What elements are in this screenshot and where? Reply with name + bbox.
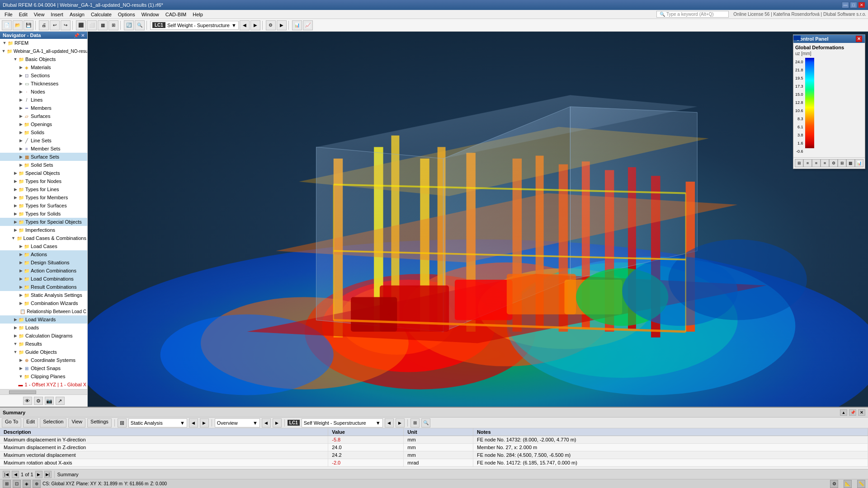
- expand-lc[interactable]: ▶: [18, 244, 24, 249]
- selection-button[interactable]: Selection: [40, 418, 66, 427]
- nav-icon-gear[interactable]: ⚙: [34, 397, 43, 405]
- status-right-icon-1[interactable]: ⚙: [830, 480, 838, 488]
- cp-btn-4[interactable]: ≡: [821, 159, 829, 167]
- expand-guide-objects[interactable]: ▼: [13, 349, 18, 355]
- static-analysis-icon-btn[interactable]: ⊞: [118, 418, 127, 427]
- next-lc-btn[interactable]: ▶: [396, 418, 405, 427]
- tree-actions[interactable]: ▶ 📁 Actions: [0, 250, 87, 258]
- expand-types-solids[interactable]: ▶: [13, 211, 18, 216]
- page-prev-btn[interactable]: ◀: [12, 471, 19, 478]
- edit-button[interactable]: Edit: [23, 418, 38, 427]
- menu-help[interactable]: Help: [190, 11, 206, 18]
- expand-clipping-planes[interactable]: ▼: [18, 374, 24, 379]
- open-button[interactable]: 📂: [13, 20, 23, 30]
- expand-project[interactable]: ▼: [1, 48, 6, 54]
- page-last-btn[interactable]: ▶|: [44, 471, 52, 478]
- expand-static[interactable]: ▶: [18, 292, 24, 298]
- tree-lines[interactable]: ▶ / Lines: [0, 96, 87, 104]
- tree-members[interactable]: ▶ ━ Members: [0, 104, 87, 112]
- cp-btn-7[interactable]: ▦: [846, 159, 855, 167]
- menu-view[interactable]: View: [31, 11, 47, 18]
- status-right-icon-2[interactable]: 📐: [844, 480, 852, 488]
- expand-nodes[interactable]: ▶: [18, 89, 24, 94]
- tree-types-surfaces[interactable]: ▶ 📁 Types for Surfaces: [0, 202, 87, 210]
- status-icon-4[interactable]: ⊕: [33, 480, 41, 488]
- tree-types-members[interactable]: ▶ 📁 Types for Members: [0, 193, 87, 202]
- expand-special-objects[interactable]: ▶: [13, 170, 18, 176]
- new-button[interactable]: 📄: [2, 20, 12, 30]
- expand-design-situations[interactable]: ▶: [18, 260, 24, 265]
- tree-result-combinations[interactable]: ▶ 📁 Result Combinations: [0, 283, 87, 291]
- tree-load-cases[interactable]: ▶ 📁 Load Cases: [0, 242, 87, 250]
- menu-options[interactable]: Options: [115, 11, 138, 18]
- zoom-fit-btn[interactable]: ⊞: [410, 418, 420, 427]
- minimize-button[interactable]: —: [842, 2, 849, 8]
- tree-rfem[interactable]: ▼ 📁 RFEM: [0, 39, 87, 47]
- tree-sections[interactable]: ▶ ⊡ Sections: [0, 71, 87, 80]
- expand-snaps[interactable]: ▶: [18, 366, 24, 371]
- tree-solid-sets[interactable]: ▶ 📁 Solid Sets: [0, 161, 87, 169]
- status-icon-2[interactable]: ⊡: [13, 480, 21, 488]
- cp-close-button[interactable]: ✕: [856, 36, 862, 42]
- tree-types-special[interactable]: ▶ 📁 Types for Special Objects: [0, 218, 87, 226]
- expand-coord[interactable]: ▶: [18, 357, 24, 363]
- search-box[interactable]: 🔍 Type a keyword (Alt+Q): [656, 11, 729, 18]
- expand-types-surfaces[interactable]: ▶: [13, 203, 18, 208]
- expand-load-cases[interactable]: ▼: [11, 235, 16, 241]
- menu-edit[interactable]: Edit: [16, 11, 30, 18]
- table-row[interactable]: Maximum displacement in Z-direction 24.0…: [0, 444, 868, 451]
- tree-imperfections[interactable]: ▶ 📁 Imperfections: [0, 226, 87, 234]
- nav-close-icon[interactable]: ✕: [81, 33, 85, 38]
- expand-loads[interactable]: ▶: [13, 325, 18, 330]
- expand-lines[interactable]: ▶: [18, 97, 24, 103]
- zoom-btn[interactable]: 🔍: [135, 20, 145, 30]
- calc-btn-2[interactable]: ▶: [277, 20, 287, 30]
- expand-calc-diagrams[interactable]: ▶: [13, 333, 18, 338]
- nav-scrollbar-thumb[interactable]: [9, 390, 36, 394]
- status-icon-1[interactable]: ⊞: [3, 480, 11, 488]
- menu-assign[interactable]: Assign: [67, 11, 87, 18]
- expand-members[interactable]: ▶: [18, 105, 24, 111]
- expand-load-wizards[interactable]: ▶: [13, 317, 18, 322]
- status-icon-3[interactable]: ◈: [23, 480, 31, 488]
- expand-load-combos[interactable]: ▶: [18, 276, 24, 282]
- maximize-button[interactable]: □: [850, 2, 857, 8]
- expand-solids[interactable]: ▶: [18, 130, 24, 135]
- calc-btn-1[interactable]: ⚙: [266, 20, 276, 30]
- tree-member-sets[interactable]: ▶ ≡ Member Sets: [0, 145, 87, 153]
- tree-load-combinations[interactable]: ▶ 📁 Load Combinations: [0, 275, 87, 283]
- cp-btn-8[interactable]: 📊: [855, 159, 863, 167]
- expand-surfaces[interactable]: ▶: [18, 113, 24, 119]
- expand-surface-sets[interactable]: ▶: [18, 154, 24, 160]
- view-button[interactable]: View: [68, 418, 85, 427]
- cp-btn-3[interactable]: ≡: [812, 159, 821, 167]
- table-row[interactable]: Maximum displacement in Y-direction -5.8…: [0, 436, 868, 444]
- menu-calculate[interactable]: Calculate: [88, 11, 114, 18]
- tree-line-sets[interactable]: ▶ ╱ Line Sets: [0, 136, 87, 145]
- print-button[interactable]: 🖨: [39, 20, 49, 30]
- tree-action-combinations[interactable]: ▶ 📁 Action Combinations: [0, 267, 87, 275]
- tree-load-cases-combos[interactable]: ▼ 📁 Load Cases & Combinations: [0, 234, 87, 242]
- nav-icon-camera[interactable]: 📷: [45, 397, 54, 405]
- table-row[interactable]: Maximum rotation about X-axis -2.0 mrad …: [0, 459, 868, 467]
- lc-dropdown-arrow[interactable]: ▼: [231, 23, 236, 28]
- expand-actions[interactable]: ▶: [18, 252, 24, 257]
- tree-object-snaps[interactable]: ▶ ⊞ Object Snaps: [0, 364, 87, 372]
- redo-button[interactable]: ↪: [61, 20, 71, 30]
- result-btn-1[interactable]: 📊: [292, 20, 302, 30]
- save-button[interactable]: 💾: [24, 20, 33, 30]
- prev-lc[interactable]: ◀: [240, 20, 250, 30]
- lc-name-dropdown[interactable]: Self Weight - Superstructure ▼: [302, 418, 383, 427]
- expand-solid-sets[interactable]: ▶: [18, 162, 24, 168]
- lc-name-arrow[interactable]: ▼: [376, 420, 381, 426]
- expand-results[interactable]: ▼: [13, 341, 18, 347]
- tree-results[interactable]: ▼ 📁 Results: [0, 340, 87, 348]
- undo-button[interactable]: ↩: [50, 20, 60, 30]
- tree-thicknesses[interactable]: ▶ ▭ Thicknesses: [0, 80, 87, 88]
- expand-materials[interactable]: ▶: [18, 65, 24, 70]
- menu-insert[interactable]: Insert: [48, 11, 66, 18]
- table-row[interactable]: Maximum vectorial displacement 24.2 mm F…: [0, 451, 868, 459]
- expand-types-members[interactable]: ▶: [13, 195, 18, 200]
- expand-openings[interactable]: ▶: [18, 122, 24, 127]
- expand-sections[interactable]: ▶: [18, 73, 24, 78]
